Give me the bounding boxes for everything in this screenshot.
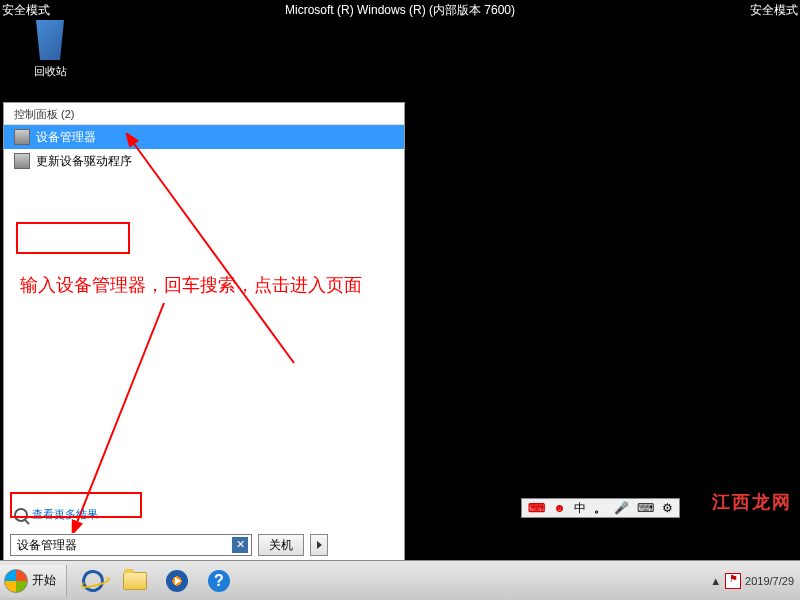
control-panel-section-header: 控制面板 (2) (4, 103, 404, 125)
start-button-label: 开始 (32, 572, 56, 589)
ie-icon (80, 567, 107, 594)
taskbar-media-player[interactable] (157, 565, 197, 597)
search-input[interactable] (10, 534, 252, 556)
tray-expand-icon[interactable]: ▲ (710, 575, 721, 587)
safe-mode-corner-tl: 安全模式 (2, 2, 50, 19)
chevron-right-icon (317, 541, 322, 549)
search-clear-button[interactable]: ✕ (232, 537, 248, 553)
shutdown-button[interactable]: 关机 (258, 534, 304, 556)
recycle-bin[interactable]: 回收站 (20, 20, 80, 79)
ime-settings-icon[interactable]: ⚙ (660, 501, 675, 515)
windows-orb-icon (4, 569, 28, 593)
help-icon: ? (208, 570, 230, 592)
ime-keyboard2-icon[interactable]: ⌨ (635, 501, 656, 515)
search-result-device-manager[interactable]: 设备管理器 (4, 125, 404, 149)
media-player-icon (166, 570, 188, 592)
folder-icon (123, 572, 147, 590)
system-tray: ▲ ⚑ 2019/7/29 (710, 573, 800, 589)
recycle-bin-label: 回收站 (20, 64, 80, 79)
recycle-bin-icon (30, 20, 70, 60)
update-drivers-icon (14, 153, 30, 169)
tray-clock[interactable]: 2019/7/29 (745, 575, 794, 587)
taskbar: 开始 ? ▲ ⚑ 2019/7/29 (0, 560, 800, 600)
start-menu-search-bar: ✕ 关机 (10, 534, 328, 556)
start-button[interactable]: 开始 (0, 565, 67, 597)
ime-mode-zhong[interactable]: 中 (572, 500, 588, 517)
watermark-text: 江西龙网 (712, 490, 792, 514)
desktop[interactable]: 安全模式 安全模式 Microsoft (R) Windows (R) (内部版… (0, 0, 800, 560)
ime-tool-icon[interactable]: 🎤 (612, 501, 631, 515)
taskbar-ie[interactable] (73, 565, 113, 597)
ime-punct[interactable]: 。 (592, 500, 608, 517)
search-result-update-drivers[interactable]: 更新设备驱动程序 (4, 149, 404, 173)
taskbar-pinned-apps: ? (67, 565, 239, 597)
ime-face-icon[interactable]: ☻ (551, 501, 568, 515)
tray-flag-icon[interactable]: ⚑ (725, 573, 741, 589)
taskbar-help[interactable]: ? (199, 565, 239, 597)
ime-toolbar[interactable]: ⌨ ☻ 中 。 🎤 ⌨ ⚙ (521, 498, 680, 518)
taskbar-explorer[interactable] (115, 565, 155, 597)
ime-keyboard-icon[interactable]: ⌨ (526, 501, 547, 515)
annotation-instruction: 输入设备管理器，回车搜索，点击进入页面 (20, 273, 362, 297)
windows-build-title: Microsoft (R) Windows (R) (内部版本 7600) (285, 2, 515, 19)
shutdown-options-button[interactable] (310, 534, 328, 556)
annotation-highlight-result (16, 222, 130, 254)
start-menu-search-panel: 控制面板 (2) 设备管理器 更新设备驱动程序 输入设备管理器，回车搜索，点击进… (3, 102, 405, 560)
result-label: 更新设备驱动程序 (36, 153, 132, 170)
device-manager-icon (14, 129, 30, 145)
annotation-highlight-search (10, 492, 142, 518)
safe-mode-corner-tr: 安全模式 (750, 2, 798, 19)
svg-line-0 (132, 141, 294, 363)
result-label: 设备管理器 (36, 129, 96, 146)
